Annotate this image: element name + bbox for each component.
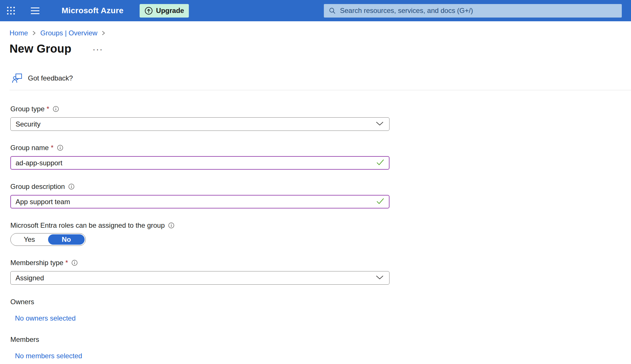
group-description-field: Group description bbox=[10, 183, 389, 208]
group-type-control: Security bbox=[10, 117, 389, 131]
breadcrumb: Home Groups | Overview bbox=[9, 29, 631, 37]
membership-type-field: Membership type * Assigned bbox=[10, 259, 389, 285]
azure-top-bar: Microsoft Azure Upgrade bbox=[0, 0, 631, 21]
info-icon[interactable] bbox=[68, 183, 75, 190]
toggle-option-no-selected[interactable]: No bbox=[48, 234, 85, 245]
group-description-input[interactable] bbox=[10, 195, 389, 208]
info-icon[interactable] bbox=[57, 145, 63, 151]
feedback-person-icon bbox=[12, 73, 23, 83]
group-description-label-row: Group description bbox=[10, 183, 389, 191]
entra-roles-toggle[interactable]: Yes No bbox=[10, 233, 86, 246]
toolbar-divider bbox=[9, 90, 631, 90]
members-section: Members No members selected bbox=[10, 336, 389, 360]
toggle-option-yes[interactable]: Yes bbox=[11, 235, 48, 244]
group-name-label-row: Group name * bbox=[10, 144, 389, 152]
app-launcher-icon[interactable] bbox=[0, 0, 22, 21]
owners-section: Owners No owners selected bbox=[10, 298, 389, 322]
page-title: New Group bbox=[9, 42, 71, 55]
group-type-label-row: Group type * bbox=[10, 105, 389, 113]
search-input[interactable] bbox=[339, 6, 617, 15]
required-marker: * bbox=[51, 144, 53, 152]
group-type-field: Group type * Security bbox=[10, 105, 389, 131]
chevron-right-icon bbox=[101, 30, 106, 37]
arrow-up-circle-icon bbox=[145, 7, 153, 15]
membership-type-dropdown[interactable]: Assigned bbox=[10, 271, 389, 285]
group-type-dropdown[interactable]: Security bbox=[10, 117, 389, 131]
checkmark-icon bbox=[376, 198, 385, 206]
group-name-input[interactable] bbox=[10, 156, 389, 170]
command-toolbar: Got feedback? bbox=[12, 73, 631, 83]
search-icon bbox=[328, 7, 336, 14]
group-description-control bbox=[10, 195, 389, 208]
membership-type-control: Assigned bbox=[10, 271, 389, 285]
upgrade-label: Upgrade bbox=[156, 7, 184, 15]
required-marker: * bbox=[65, 259, 68, 267]
no-owners-selected-link[interactable]: No owners selected bbox=[15, 314, 76, 322]
waffle-grid-icon bbox=[6, 6, 16, 15]
membership-type-label-row: Membership type * bbox=[10, 259, 389, 267]
members-label: Members bbox=[10, 336, 389, 344]
membership-type-label: Membership type bbox=[10, 259, 63, 267]
chevron-right-icon bbox=[32, 30, 36, 37]
breadcrumb-groups-overview[interactable]: Groups | Overview bbox=[40, 29, 97, 37]
membership-type-value: Assigned bbox=[16, 274, 44, 282]
group-type-label: Group type bbox=[10, 105, 45, 113]
hamburger-menu-icon[interactable] bbox=[26, 0, 44, 21]
page-header: New Group ... bbox=[9, 42, 631, 55]
entra-roles-label-row: Microsoft Entra roles can be assigned to… bbox=[10, 221, 389, 229]
breadcrumb-home[interactable]: Home bbox=[9, 29, 28, 37]
brand-title[interactable]: Microsoft Azure bbox=[62, 6, 123, 15]
required-marker: * bbox=[47, 105, 49, 113]
more-options-icon[interactable]: ... bbox=[91, 44, 105, 54]
entra-roles-label: Microsoft Entra roles can be assigned to… bbox=[10, 221, 165, 229]
info-icon[interactable] bbox=[53, 106, 59, 112]
got-feedback-button[interactable]: Got feedback? bbox=[12, 73, 73, 83]
no-members-selected-link[interactable]: No members selected bbox=[15, 352, 82, 360]
info-icon[interactable] bbox=[71, 260, 78, 266]
checkmark-icon bbox=[376, 159, 385, 167]
group-name-label: Group name bbox=[10, 144, 49, 152]
group-name-control bbox=[10, 156, 389, 170]
group-description-label: Group description bbox=[10, 183, 65, 191]
upgrade-button[interactable]: Upgrade bbox=[140, 4, 189, 18]
info-icon[interactable] bbox=[168, 222, 174, 229]
entra-roles-field: Microsoft Entra roles can be assigned to… bbox=[10, 221, 389, 246]
new-group-form: Group type * Security Group bbox=[10, 105, 389, 360]
global-search[interactable] bbox=[324, 4, 622, 18]
group-name-field: Group name * bbox=[10, 144, 389, 170]
owners-label: Owners bbox=[10, 298, 389, 306]
group-type-value: Security bbox=[16, 120, 41, 128]
got-feedback-label: Got feedback? bbox=[28, 74, 73, 82]
